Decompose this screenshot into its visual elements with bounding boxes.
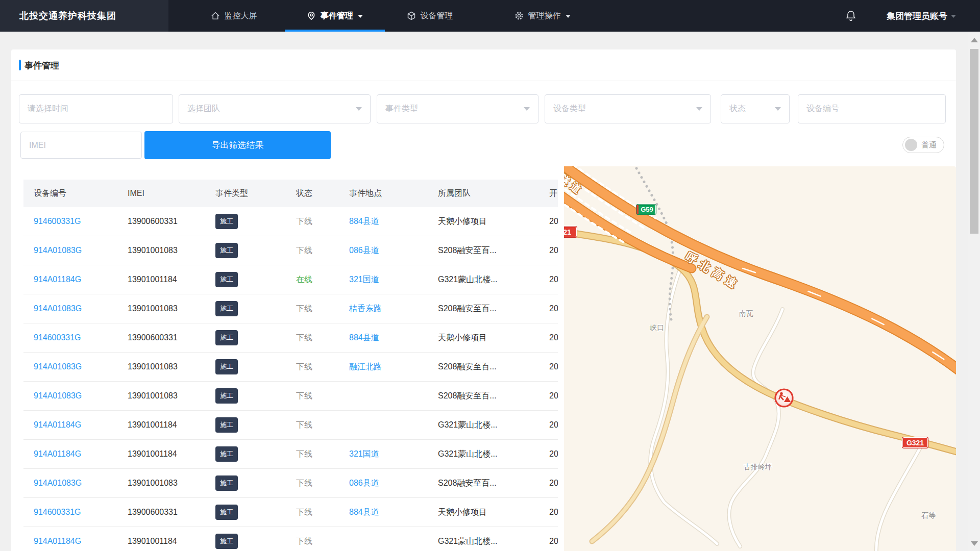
event-location-link[interactable]: 884县道 xyxy=(349,507,438,518)
start-time-value: 20 xyxy=(549,508,558,517)
event-location-link[interactable]: 086县道 xyxy=(349,478,438,489)
event-type-badge: 施工 xyxy=(215,388,238,404)
imei-value: 13901001083 xyxy=(128,304,215,313)
status-value: 下线 xyxy=(296,507,349,518)
nav-item-label: 事件管理 xyxy=(321,11,353,21)
device-number-link[interactable]: 914A01083G xyxy=(34,304,128,313)
start-time-value: 20 xyxy=(549,362,558,371)
team-name: 天鹅小修项目 xyxy=(438,333,549,343)
map-style-toggle[interactable]: 普通 xyxy=(902,137,944,153)
nav-item-label: 管理操作 xyxy=(528,11,561,21)
event-type-cell: 施工 xyxy=(215,214,296,229)
event-location-link[interactable]: 融江北路 xyxy=(349,362,438,372)
chevron-down-icon xyxy=(696,107,702,111)
scrollbar-thumb[interactable] xyxy=(970,49,978,234)
event-type-select[interactable]: 事件类型 xyxy=(377,94,538,123)
start-time-value: 20 xyxy=(549,333,558,342)
device-number-placeholder: 设备编号 xyxy=(806,104,839,114)
device-number-link[interactable]: 914A01184G xyxy=(34,275,128,284)
event-location-link[interactable]: 321国道 xyxy=(349,449,438,460)
highway-badge-g321: G321 xyxy=(902,437,928,448)
nav-item-event-management[interactable]: 事件管理 xyxy=(285,0,385,32)
nav-item-label: 设备管理 xyxy=(421,11,453,21)
cube-icon xyxy=(407,11,416,20)
imei-value: 13900600331 xyxy=(128,333,215,342)
event-type-cell: 施工 xyxy=(215,330,296,345)
event-type-cell: 施工 xyxy=(215,301,296,316)
nav-item-admin-operations[interactable]: 管理操作 xyxy=(498,0,587,32)
construction-event-marker[interactable] xyxy=(775,389,793,407)
nav-item-monitor-screen[interactable]: 监控大屏 xyxy=(193,0,275,32)
place-label-gupailingping: 古排岭坪 xyxy=(744,463,772,472)
col-location: 事件地点 xyxy=(349,188,438,199)
event-type-badge: 施工 xyxy=(215,272,238,287)
imei-value: 13901001184 xyxy=(128,420,215,430)
account-menu[interactable]: 集团管理员账号 xyxy=(887,0,956,32)
device-number-link[interactable]: 914A01083G xyxy=(34,246,128,255)
status-value: 下线 xyxy=(296,333,349,343)
date-range-input[interactable]: 请选择时间 xyxy=(19,94,173,123)
event-location-link[interactable]: 884县道 xyxy=(349,216,438,227)
col-status: 状态 xyxy=(296,188,349,199)
nav-item-label: 监控大屏 xyxy=(225,11,257,21)
table-row: 914600331G13900600331施工下线884县道天鹅小修项目20 xyxy=(23,323,558,353)
device-number-input[interactable]: 设备编号 xyxy=(798,94,946,123)
team-select[interactable]: 选择团队 xyxy=(179,94,371,123)
brand-logo: 北投交通养护科技集团 xyxy=(0,0,168,32)
map-panel[interactable]: 隧道 呼北高速 G59 21 G321 南瓦 峡口 古排岭坪 石等 xyxy=(564,166,956,551)
title-accent-bar xyxy=(19,60,21,70)
event-type-cell: 施工 xyxy=(215,505,296,520)
location-pin-icon xyxy=(307,11,316,20)
divider xyxy=(11,81,956,81)
scrollbar-down-arrow-icon[interactable] xyxy=(971,541,978,546)
gear-icon xyxy=(514,11,524,20)
chevron-down-icon xyxy=(775,107,781,111)
event-location-link[interactable]: 桔香东路 xyxy=(349,304,438,314)
bell-icon[interactable] xyxy=(845,10,857,24)
device-number-link[interactable]: 914600331G xyxy=(34,217,128,226)
scrollbar-up-arrow-icon[interactable] xyxy=(971,38,978,42)
content-card: 事件管理 请选择时间 选择团队 事件类型 设备类型 状态 设备编号 IMEI 导… xyxy=(11,49,956,551)
table-row: 914A01083G13901001083施工下线S208融安至百...20 xyxy=(23,382,558,411)
home-icon xyxy=(211,11,220,20)
device-number-link[interactable]: 914600331G xyxy=(34,508,128,517)
start-time-value: 20 xyxy=(549,246,558,255)
start-time-value: 20 xyxy=(549,391,558,400)
status-value: 下线 xyxy=(296,391,349,402)
team-name: S208融安至百... xyxy=(438,362,549,372)
chevron-down-icon xyxy=(358,15,363,18)
col-imei: IMEI xyxy=(128,189,215,198)
top-nav: 北投交通养护科技集团 监控大屏 事件管理 设备管理 xyxy=(0,0,980,32)
status-select[interactable]: 状态 xyxy=(721,94,790,123)
col-event-type: 事件类型 xyxy=(215,188,296,199)
event-location-link[interactable]: 884县道 xyxy=(349,333,438,343)
event-location-link[interactable]: 321国道 xyxy=(349,274,438,285)
device-number-link[interactable]: 914A01083G xyxy=(34,391,128,400)
table-row: 914A01083G13901001083施工下线融江北路S208融安至百...… xyxy=(23,353,558,382)
nav-item-device-management[interactable]: 设备管理 xyxy=(389,0,471,32)
device-number-link[interactable]: 914A01083G xyxy=(34,479,128,488)
device-number-link[interactable]: 914A01184G xyxy=(34,449,128,459)
status-value: 下线 xyxy=(296,245,349,256)
vertical-scrollbar[interactable] xyxy=(968,32,980,551)
device-number-link[interactable]: 914A01184G xyxy=(34,537,128,546)
team-name: 天鹅小修项目 xyxy=(438,216,549,227)
table-row: 914A01184G13901001184施工下线321国道G321蒙山北楼..… xyxy=(23,440,558,469)
team-name: G321蒙山北楼... xyxy=(438,420,549,431)
device-type-select[interactable]: 设备类型 xyxy=(545,94,711,123)
highway-badge-21: 21 xyxy=(564,227,577,237)
events-table: 设备编号 IMEI 事件类型 状态 事件地点 所属团队 开 914600331G… xyxy=(23,180,558,551)
device-number-link[interactable]: 914A01083G xyxy=(34,362,128,371)
status-value: 在线 xyxy=(296,274,349,285)
chevron-down-icon xyxy=(524,107,530,111)
export-results-button[interactable]: 导出筛选结果 xyxy=(144,131,331,159)
highway-badge-g59: G59 xyxy=(636,205,656,214)
device-number-link[interactable]: 914A01184G xyxy=(34,420,128,430)
event-location-link[interactable]: 086县道 xyxy=(349,245,438,256)
status-value: 下线 xyxy=(296,449,349,460)
device-number-link[interactable]: 914600331G xyxy=(34,333,128,342)
imei-value: 13901001184 xyxy=(128,537,215,546)
col-device-number: 设备编号 xyxy=(34,188,128,199)
imei-input[interactable]: IMEI xyxy=(20,132,142,159)
table-row: 914A01083G13901001083施工下线086县道S208融安至百..… xyxy=(23,236,558,265)
